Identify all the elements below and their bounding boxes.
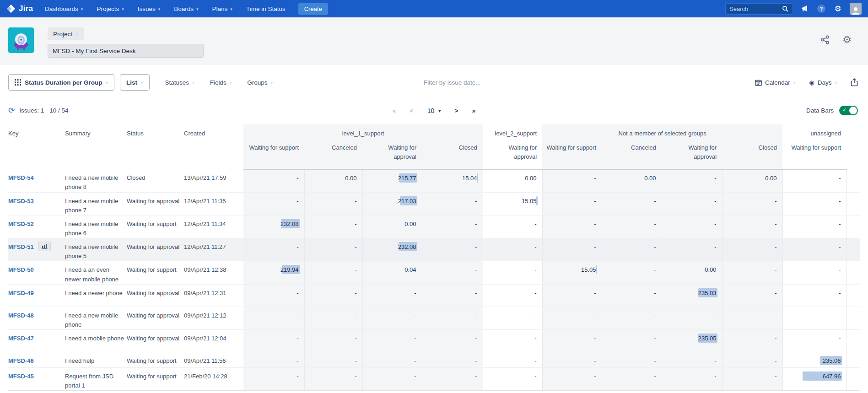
share-icon[interactable] [820,35,830,44]
duration-cell: - [304,215,362,238]
menu-statuses[interactable]: Statuses▾ [165,79,194,86]
page-settings-icon[interactable]: ⚙ [842,34,852,46]
duration-value: - [839,198,841,205]
chart-icon-button[interactable] [38,242,51,251]
table-row: MFSD-48I need a new mobile phoneWaiting … [8,307,860,329]
report-type-dropdown[interactable]: Status Duration per Group ▾ [8,74,114,91]
nav-item-time-in-status[interactable]: Time in Status [246,5,286,12]
duration-cell: - [304,329,362,352]
chevron-down-icon: ▾ [196,49,199,54]
duration-cell: - [362,352,422,367]
duration-value: - [839,221,841,227]
issue-key-cell: MFSD-50 [8,261,65,284]
last-page-button[interactable]: » [472,107,475,114]
duration-value: 217.03 [398,198,416,205]
duration-value: - [297,198,298,205]
create-button[interactable]: Create [298,3,328,15]
duration-cell: - [602,367,662,390]
issue-created-cell: 12/Apr/21 11:35 [184,192,243,215]
duration-value: - [475,243,477,250]
search-input[interactable] [729,5,782,12]
project-scope-dropdown[interactable]: Project ▾ [48,27,84,40]
page-size-dropdown[interactable]: 10 ▾ [427,107,441,114]
spacer [846,329,860,352]
duration-cell: - [483,261,542,284]
group-header-not-a-member-of-selected-groups: Not a member of selected groups [542,124,782,137]
column-header-not-a-member-of-selected-groups-waiting-for-approval: Waiting for approval [662,137,722,169]
issue-key-link[interactable]: MFSD-45 [8,372,34,381]
duration-value: - [775,243,776,250]
page-size-value: 10 [427,107,435,114]
issue-key-link[interactable]: MFSD-52 [8,220,34,229]
duration-cell: - [782,307,846,329]
issue-status-cell: Waiting for support [127,261,184,284]
issue-key-link[interactable]: MFSD-48 [8,311,34,320]
issue-date-filter-input[interactable] [424,79,561,86]
chevron-down-icon: ▾ [793,81,796,85]
duration-value: - [534,266,536,273]
column-header-key: Key [8,124,65,169]
issue-key-link[interactable]: MFSD-46 [8,356,34,366]
export-icon[interactable] [851,78,858,86]
duration-value: - [534,312,536,319]
nav-item-boards[interactable]: Boards▾ [174,5,198,12]
menu-label: Statuses [165,79,189,86]
prev-page-button[interactable]: < [410,107,414,114]
data-bars-toggle[interactable]: ✓ [839,106,858,115]
issue-key-link[interactable]: MFSD-53 [8,197,34,206]
duration-value: - [355,266,356,273]
duration-cell: - [243,367,304,390]
issue-created-cell: 12/Apr/21 11:27 [184,238,243,261]
jira-logo[interactable]: Jira [6,4,33,13]
issue-key-link[interactable]: MFSD-49 [8,289,34,298]
issue-status-cell: Waiting for approval [127,329,184,352]
calendar-dropdown[interactable]: Calendar ▾ [755,79,795,86]
project-select[interactable]: MFSD - My First Service Desk ▾ [48,44,204,58]
search-icon[interactable] [782,5,789,12]
menu-fields[interactable]: Fields▾ [210,79,232,86]
duration-cell: - [304,238,362,261]
table-row: MFSD-49I need a newer phoneWaiting for a… [8,284,860,307]
nav-item-projects[interactable]: Projects▾ [97,5,124,12]
issue-key-link[interactable]: MFSD-51 [8,242,34,252]
duration-value: - [775,290,776,296]
user-avatar[interactable] [850,3,862,15]
issue-key-link[interactable]: MFSD-54 [8,173,34,183]
search-box[interactable] [725,3,793,15]
spacer [846,238,860,261]
view-mode-dropdown[interactable]: List ▾ [120,74,150,91]
next-page-button[interactable]: > [454,107,458,114]
column-header-label: Canceled [631,144,656,151]
announcements-icon[interactable] [800,4,809,13]
duration-cell: - [782,261,846,284]
duration-value: - [714,312,716,319]
time-unit-dropdown[interactable]: ◉ Days ▾ [809,79,837,86]
duration-cell: - [243,352,304,367]
duration-value: - [297,357,298,364]
duration-cell: - [602,192,662,215]
duration-value: - [594,312,596,319]
nav-item-dashboards[interactable]: Dashboards▾ [45,5,83,12]
duration-cell: - [662,367,722,390]
first-page-button[interactable]: « [393,107,396,114]
duration-value: 15.04 [462,175,477,182]
issue-status-cell: Waiting for support [127,367,184,390]
duration-cell: - [483,352,542,367]
menu-groups[interactable]: Groups▾ [247,79,273,86]
help-icon[interactable]: ? [817,4,826,13]
settings-icon[interactable]: ⚙ [833,4,842,13]
group-header-unassigned: unassigned [782,124,846,137]
issue-key-link[interactable]: MFSD-47 [8,334,34,343]
duration-value: - [355,290,356,296]
unit-label: Days [818,79,832,86]
duration-cell: - [422,284,483,307]
issue-created-cell: 09/Apr/21 11:56 [184,352,243,367]
column-header-label: Waiting for support [791,144,841,151]
issue-created-cell: 13/Apr/21 17:59 [184,169,243,192]
refresh-icon[interactable]: ⟳ [8,107,15,114]
issue-key-link[interactable]: MFSD-50 [8,265,34,275]
nav-item-plans[interactable]: Plans▾ [212,5,232,12]
toggle-knob [849,107,857,114]
unit-icon: ◉ [809,79,814,86]
nav-item-issues[interactable]: Issues▾ [138,5,161,12]
